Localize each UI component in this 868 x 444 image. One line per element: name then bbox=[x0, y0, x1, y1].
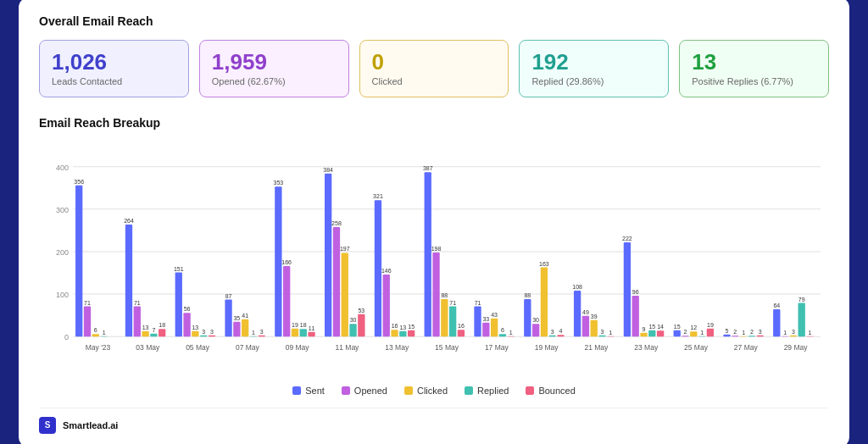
svg-rect-31 bbox=[175, 272, 182, 336]
svg-text:4: 4 bbox=[559, 328, 563, 334]
svg-rect-134 bbox=[640, 332, 647, 336]
legend-item-bounced: Bounced bbox=[526, 386, 575, 396]
legend-label-bounced: Bounced bbox=[538, 386, 575, 396]
svg-text:15 May: 15 May bbox=[435, 343, 459, 352]
svg-rect-72 bbox=[358, 314, 364, 336]
svg-text:2: 2 bbox=[733, 329, 737, 335]
svg-text:16: 16 bbox=[458, 323, 465, 329]
svg-rect-83 bbox=[408, 330, 415, 336]
svg-rect-44 bbox=[233, 321, 240, 336]
svg-text:6: 6 bbox=[94, 327, 97, 333]
svg-rect-61 bbox=[308, 331, 314, 336]
svg-rect-79 bbox=[391, 330, 398, 336]
svg-text:3: 3 bbox=[202, 328, 205, 334]
svg-text:200: 200 bbox=[56, 247, 69, 256]
svg-text:05 May: 05 May bbox=[186, 343, 210, 352]
metric-label-leads: Leads Contacted bbox=[52, 76, 176, 86]
svg-text:1: 1 bbox=[809, 329, 812, 335]
svg-rect-138 bbox=[657, 330, 664, 336]
metric-clicked: 0Clicked bbox=[359, 40, 509, 97]
svg-rect-97 bbox=[474, 306, 481, 336]
svg-text:1: 1 bbox=[700, 329, 704, 335]
svg-text:353: 353 bbox=[274, 180, 284, 186]
svg-text:96: 96 bbox=[632, 289, 639, 295]
svg-text:0: 0 bbox=[64, 333, 69, 341]
svg-rect-136 bbox=[648, 330, 655, 336]
legend-item-opened: Opened bbox=[342, 386, 387, 396]
svg-rect-94 bbox=[458, 330, 465, 336]
svg-rect-26 bbox=[150, 333, 157, 336]
svg-text:1: 1 bbox=[103, 329, 106, 335]
svg-text:09 May: 09 May bbox=[286, 343, 310, 352]
svg-rect-101 bbox=[491, 318, 498, 336]
legend-item-sent: Sent bbox=[292, 386, 325, 396]
svg-rect-141 bbox=[674, 330, 681, 336]
legend-label-clicked: Clicked bbox=[417, 386, 448, 396]
metric-value-leads: 1,026 bbox=[52, 51, 176, 73]
svg-rect-149 bbox=[707, 328, 714, 336]
svg-text:41: 41 bbox=[242, 312, 248, 318]
svg-rect-163 bbox=[773, 309, 780, 336]
svg-text:14: 14 bbox=[657, 324, 664, 330]
svg-rect-169 bbox=[798, 302, 805, 336]
svg-rect-33 bbox=[183, 313, 190, 336]
svg-text:11 May: 11 May bbox=[336, 343, 360, 352]
svg-text:387: 387 bbox=[423, 165, 433, 171]
svg-text:9: 9 bbox=[643, 325, 646, 331]
svg-text:3: 3 bbox=[210, 328, 214, 334]
svg-text:1: 1 bbox=[252, 329, 255, 335]
svg-text:13: 13 bbox=[399, 324, 406, 330]
svg-text:1: 1 bbox=[783, 329, 787, 335]
svg-rect-116 bbox=[557, 335, 564, 336]
svg-text:May '23: May '23 bbox=[86, 343, 111, 352]
svg-rect-20 bbox=[125, 224, 132, 336]
svg-rect-68 bbox=[342, 253, 348, 336]
svg-text:25 May: 25 May bbox=[684, 343, 709, 352]
svg-text:2: 2 bbox=[684, 329, 687, 335]
svg-text:43: 43 bbox=[491, 311, 498, 317]
metric-label-replied: Replied (29.86%) bbox=[531, 76, 656, 86]
legend-color-bounced bbox=[526, 386, 534, 395]
svg-rect-119 bbox=[574, 291, 581, 336]
svg-rect-123 bbox=[591, 319, 598, 336]
svg-text:79: 79 bbox=[798, 296, 805, 302]
chart-svg: 01002003004003567161May '23264711371803 … bbox=[39, 142, 829, 379]
svg-text:166: 166 bbox=[281, 259, 292, 265]
svg-text:19: 19 bbox=[707, 321, 714, 327]
svg-text:19 May: 19 May bbox=[535, 343, 559, 352]
svg-rect-12 bbox=[84, 306, 91, 336]
svg-rect-14 bbox=[92, 334, 99, 336]
svg-text:222: 222 bbox=[622, 235, 632, 241]
svg-text:71: 71 bbox=[84, 299, 91, 305]
svg-text:15: 15 bbox=[408, 323, 415, 329]
svg-rect-103 bbox=[499, 334, 506, 336]
svg-text:39: 39 bbox=[591, 313, 598, 319]
svg-text:15: 15 bbox=[674, 323, 681, 329]
svg-rect-24 bbox=[142, 330, 148, 336]
legend: SentOpenedClickedRepliedBounced bbox=[39, 386, 829, 396]
svg-rect-125 bbox=[598, 335, 605, 336]
metric-label-opened: Opened (62.67%) bbox=[212, 76, 337, 86]
svg-rect-167 bbox=[790, 335, 797, 336]
metric-opened: 1,959Opened (62.67%) bbox=[199, 40, 349, 97]
svg-text:21 May: 21 May bbox=[584, 343, 609, 352]
svg-rect-86 bbox=[425, 172, 431, 336]
svg-text:15: 15 bbox=[648, 323, 655, 329]
svg-text:100: 100 bbox=[56, 291, 69, 299]
svg-text:03 May: 03 May bbox=[136, 343, 160, 352]
svg-rect-165 bbox=[782, 336, 788, 336]
svg-text:264: 264 bbox=[124, 217, 134, 223]
svg-text:88: 88 bbox=[524, 292, 531, 298]
svg-text:11: 11 bbox=[309, 325, 315, 330]
svg-text:16: 16 bbox=[392, 323, 398, 329]
svg-text:56: 56 bbox=[184, 306, 191, 312]
svg-text:258: 258 bbox=[331, 219, 342, 225]
svg-rect-64 bbox=[325, 173, 331, 336]
svg-rect-55 bbox=[283, 266, 290, 336]
svg-text:07 May: 07 May bbox=[236, 343, 260, 352]
svg-text:17 May: 17 May bbox=[485, 343, 509, 352]
svg-text:53: 53 bbox=[358, 307, 364, 313]
svg-rect-158 bbox=[748, 336, 755, 336]
legend-label-opened: Opened bbox=[354, 386, 387, 396]
svg-rect-42 bbox=[225, 299, 231, 336]
